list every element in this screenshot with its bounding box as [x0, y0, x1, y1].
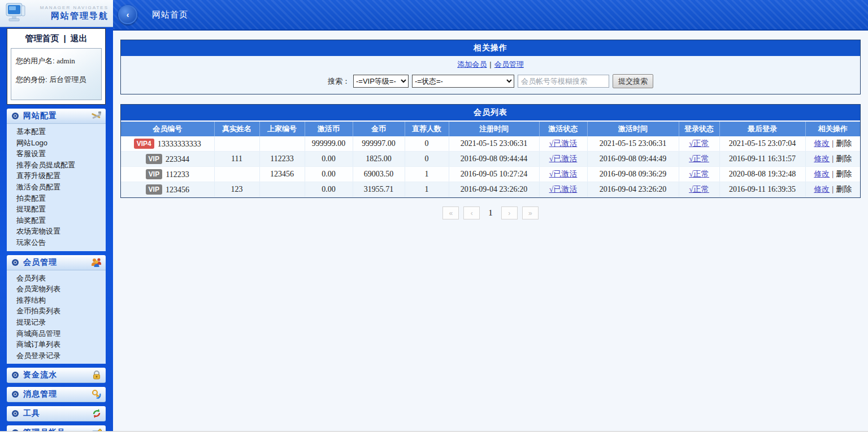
chevron-left-icon: ‹: [127, 10, 129, 19]
edit-link[interactable]: 修改: [814, 185, 830, 193]
gold-coin-cell: 69003.50: [353, 167, 405, 182]
sidebar-item[interactable]: 推荐会员提成配置: [7, 160, 106, 171]
pagination-last-button[interactable]: »: [522, 206, 539, 219]
edit-link[interactable]: 修改: [814, 154, 830, 163]
pagination-next-button[interactable]: ›: [501, 206, 518, 219]
login-status-link[interactable]: √正常: [689, 185, 709, 193]
table-row: VIP1234561230.0031955.7112016-09-04 23:2…: [121, 182, 860, 197]
member-id: 123456: [166, 186, 189, 194]
sidebar-item[interactable]: 拍卖配置: [7, 193, 106, 204]
sidebar-item[interactable]: 会员列表: [7, 273, 106, 284]
login-status-link[interactable]: √正常: [689, 139, 709, 148]
parent-id-cell: [259, 136, 305, 152]
sidebar-item[interactable]: 玩家公告: [7, 237, 106, 248]
member-manage-link[interactable]: 会员管理: [494, 60, 524, 68]
delete-link[interactable]: 删除: [836, 185, 852, 193]
pagination-prev-button[interactable]: ‹: [463, 206, 480, 219]
activation-status-link[interactable]: √已激活: [549, 139, 578, 148]
section-bullet-icon: [12, 410, 19, 417]
search-row: 搜索： -=VIP等级=- -=状态=- 提交搜索: [121, 71, 860, 94]
delete-link[interactable]: 删除: [836, 170, 852, 178]
activation-coin-cell: 0.00: [305, 167, 353, 182]
back-button[interactable]: ‹: [118, 5, 137, 24]
sidebar: MANAGER NAVIGATES 网站管理导航 管理首页|退出 您的用户名: …: [0, 0, 113, 431]
submit-search-button[interactable]: 提交搜索: [613, 74, 653, 88]
edit-link[interactable]: 修改: [814, 139, 830, 148]
status-select[interactable]: -=状态=-: [412, 75, 514, 88]
admin-home-link[interactable]: 管理首页: [25, 33, 59, 43]
sidebar-item[interactable]: 直荐升级配置: [7, 170, 106, 182]
sidebar-section-header-1[interactable]: 会员管理: [7, 255, 106, 270]
sidebar-item[interactable]: 提现配置: [7, 204, 106, 215]
member-id-cell: VIP123456: [121, 182, 214, 197]
edit-link[interactable]: 修改: [814, 170, 830, 178]
section-bullet-icon: [12, 259, 19, 266]
member-list-title: 会员列表: [121, 105, 860, 120]
logo-area: MANAGER NAVIGATES 网站管理导航: [0, 0, 113, 27]
delete-link[interactable]: 删除: [836, 139, 852, 148]
lock-icon: [90, 369, 103, 381]
sidebar-item[interactable]: 抽奖配置: [7, 215, 106, 226]
parent-id-cell: [259, 182, 305, 197]
activation-status-link[interactable]: √已激活: [549, 170, 578, 178]
table-row: VIP2233441111122330.001825.0002016-09-08…: [121, 152, 860, 167]
sidebar-item[interactable]: 金币拍卖列表: [7, 305, 106, 317]
referral-count-cell: 0: [405, 152, 449, 167]
sidebar-item[interactable]: 商城商品管理: [7, 328, 106, 339]
activation-status-link[interactable]: √已激活: [549, 185, 578, 193]
activation-time-cell: 2016-09-04 23:26:20: [587, 182, 679, 197]
sidebar-item[interactable]: 商城订单列表: [7, 339, 106, 350]
add-member-link[interactable]: 添加会员: [457, 60, 487, 68]
role-label: 您的身份:: [16, 75, 47, 84]
sidebar-section-header-4[interactable]: 工具: [7, 406, 106, 421]
member-id-cell: VIP112233: [121, 167, 214, 182]
sidebar-item[interactable]: 激活会员配置: [7, 182, 106, 193]
column-header: 注册时间: [449, 121, 539, 136]
sidebar-section-header-2[interactable]: 资金流水: [7, 368, 106, 383]
login-status-link[interactable]: √正常: [689, 170, 709, 178]
sidebar-item[interactable]: 网站Logo: [7, 137, 106, 149]
sidebar-item[interactable]: 基本配置: [7, 126, 106, 137]
real-name-cell: [214, 136, 259, 152]
account-header-separator: |: [63, 33, 66, 43]
activation-status-cell: √已激活: [539, 167, 587, 182]
search-input[interactable]: [518, 75, 609, 88]
bottom-scroll-strip[interactable]: [0, 431, 868, 435]
sidebar-section: 资金流水: [7, 368, 106, 383]
pagination-first-button[interactable]: «: [442, 206, 459, 219]
sidebar-section-header-3[interactable]: 消息管理: [7, 387, 106, 402]
table-header-row: 会员编号真实姓名上家编号激活币金币直荐人数注册时间激活状态激活时间登录状态最后登…: [121, 121, 860, 136]
sidebar-section: 网站配置基本配置网站Logo客服设置推荐会员提成配置直荐升级配置激活会员配置拍卖…: [7, 109, 106, 251]
column-header: 激活币: [305, 121, 353, 136]
activation-status-cell: √已激活: [539, 136, 587, 152]
computer-logo-icon: [5, 2, 27, 26]
sidebar-item[interactable]: 会员登录记录: [7, 350, 106, 361]
operations-cell: 修改|删除: [805, 167, 860, 182]
activation-status-link[interactable]: √已激活: [549, 154, 578, 163]
sidebar-item[interactable]: 提现记录: [7, 317, 106, 328]
sidebar-section: 会员管理会员列表会员宠物列表推荐结构金币拍卖列表提现记录商城商品管理商城订单列表…: [7, 255, 106, 364]
operations-cell: 修改|删除: [805, 136, 860, 152]
login-status-link[interactable]: √正常: [689, 154, 709, 163]
sidebar-item[interactable]: 农场宠物设置: [7, 226, 106, 237]
tools-icon: [90, 110, 103, 122]
vip-level-select[interactable]: -=VIP等级=-: [353, 75, 409, 88]
operations-cell: 修改|删除: [805, 152, 860, 167]
vip-badge: VIP: [146, 169, 162, 179]
account-info: 您的用户名: admin 您的身份: 后台管理员: [11, 48, 102, 100]
ops-separator: |: [832, 154, 834, 163]
register-time-cell: 2016-09-05 10:27:24: [449, 167, 539, 182]
sidebar-section-header-0[interactable]: 网站配置: [7, 109, 106, 124]
sidebar-item[interactable]: 会员宠物列表: [7, 283, 106, 295]
register-time-cell: 2016-09-08 09:44:44: [449, 152, 539, 167]
sidebar-item[interactable]: 推荐结构: [7, 295, 106, 306]
account-header: 管理首页|退出: [7, 29, 105, 48]
last-login-cell: 2021-05-15 23:07:04: [719, 136, 805, 152]
sidebar-item-list: 会员列表会员宠物列表推荐结构金币拍卖列表提现记录商城商品管理商城订单列表会员登录…: [7, 270, 106, 364]
logout-link[interactable]: 退出: [71, 33, 88, 43]
sidebar-section-header-5[interactable]: 管理员帐号: [7, 425, 106, 431]
column-header: 上家编号: [259, 121, 305, 136]
sidebar-item[interactable]: 客服设置: [7, 148, 106, 160]
column-header: 真实姓名: [214, 121, 259, 136]
delete-link[interactable]: 删除: [836, 154, 852, 163]
